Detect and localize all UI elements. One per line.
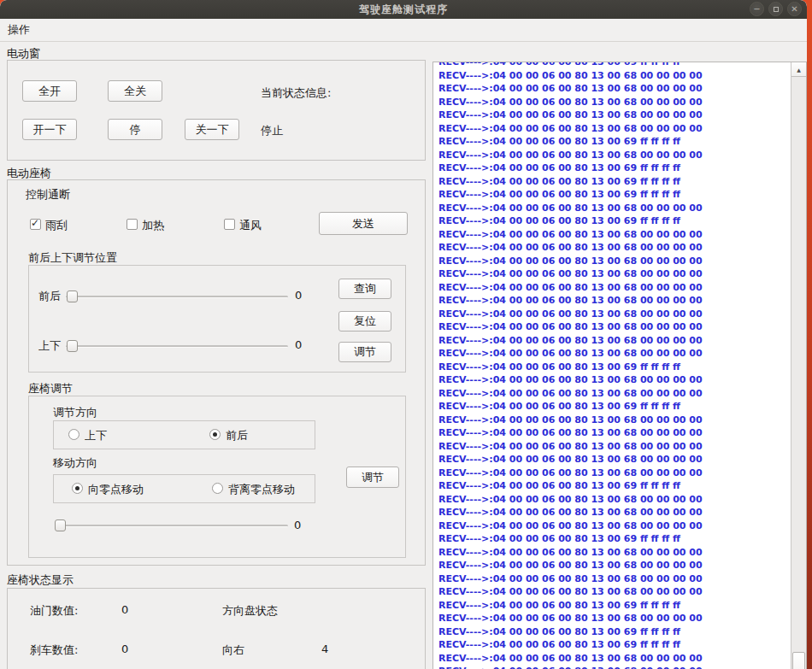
log-line: RECV---->:04 00 00 06 00 80 13 00 69 ff … — [438, 188, 789, 202]
log-line: RECV---->:04 00 00 06 00 80 13 00 68 00 … — [438, 320, 789, 334]
slider-ud-track[interactable] — [66, 345, 288, 348]
radio-up-down[interactable] — [68, 429, 79, 440]
log-line: RECV---->:04 00 00 06 00 80 13 00 68 00 … — [438, 281, 789, 295]
heating-checkbox-label[interactable]: 加热 — [142, 218, 164, 233]
log-line: RECV---->:04 00 00 06 00 80 13 00 68 00 … — [438, 109, 789, 122]
log-line: RECV---->:04 00 00 06 00 80 13 00 68 00 … — [438, 373, 789, 387]
reset-button[interactable]: 复位 — [338, 311, 391, 332]
log-line: RECV---->:04 00 00 06 00 80 13 00 69 ff … — [438, 62, 789, 69]
slider-fb-handle[interactable] — [67, 290, 78, 302]
app-window: 驾驶座舱测试程序 − ✕ 操作 电动窗 全开 全关 当前状态信息: 开一下 停 … — [0, 0, 807, 669]
log-line: RECV---->:04 00 00 06 00 80 13 00 68 00 … — [438, 414, 789, 427]
radio-to-zero[interactable] — [72, 483, 83, 494]
radio-front-back[interactable] — [209, 429, 221, 440]
radio-front-back-label[interactable]: 前后 — [226, 428, 248, 443]
scroll-up-button[interactable]: ▲ — [791, 62, 806, 77]
seat-adjust-slider-track[interactable] — [56, 525, 288, 527]
slider-ud-label: 上下 — [38, 338, 61, 354]
current-status-value: 停止 — [261, 123, 283, 138]
seat-adjust-group-title: 座椅调节 — [28, 381, 73, 396]
log-line: RECV---->:04 00 00 06 00 80 13 00 68 00 … — [438, 453, 789, 467]
slider-ud-value: 0 — [295, 338, 302, 351]
ventilation-checkbox[interactable] — [224, 219, 235, 230]
log-scrollbar[interactable]: ▲ — [791, 62, 806, 669]
log-line: RECV---->:04 00 00 06 00 80 13 00 68 00 … — [438, 241, 789, 255]
radio-away-zero[interactable] — [212, 483, 223, 494]
radio-away-zero-label[interactable]: 背离零点移动 — [228, 482, 295, 497]
radio-up-down-label[interactable]: 上下 — [85, 428, 107, 443]
log-lines: RECV---->:04 00 00 06 00 80 13 00 69 ff … — [438, 62, 789, 669]
ventilation-checkbox-label[interactable]: 通风 — [239, 218, 262, 233]
log-line: RECV---->:04 00 00 06 00 80 13 00 68 00 … — [438, 82, 789, 96]
query-button[interactable]: 查询 — [338, 279, 391, 299]
send-button[interactable]: 发送 — [319, 212, 408, 235]
log-line: RECV---->:04 00 00 06 00 80 13 00 69 ff … — [438, 599, 789, 613]
log-line: RECV---->:04 00 00 06 00 80 13 00 68 00 … — [438, 122, 789, 136]
close-icon: ✕ — [791, 4, 797, 14]
current-status-label: 当前状态信息: — [261, 85, 331, 101]
full-close-button[interactable]: 全关 — [108, 80, 162, 102]
seat-adjust-button[interactable]: 调节 — [346, 467, 399, 488]
log-line: RECV---->:04 00 00 06 00 80 13 00 68 00 … — [438, 652, 789, 666]
log-line: RECV---->:04 00 00 06 00 80 13 00 69 ff … — [438, 638, 789, 652]
log-line: RECV---->:04 00 00 06 00 80 13 00 68 00 … — [438, 294, 789, 308]
position-adjust-button[interactable]: 调节 — [338, 342, 391, 362]
slider-fb-track[interactable] — [66, 296, 288, 298]
log-line: RECV---->:04 00 00 06 00 80 13 00 68 00 … — [438, 612, 789, 625]
log-line: RECV---->:04 00 00 06 00 80 13 00 68 00 … — [438, 149, 789, 162]
steering-angle-value: 4 — [321, 643, 328, 655]
log-line: RECV---->:04 00 00 06 00 80 13 00 69 ff … — [438, 400, 789, 414]
log-line: RECV---->:04 00 00 06 00 80 13 00 68 00 … — [438, 519, 789, 533]
log-line: RECV---->:04 00 00 06 00 80 13 00 69 ff … — [438, 135, 789, 149]
log-line: RECV---->:04 00 00 06 00 80 13 00 69 ff … — [438, 532, 789, 546]
recv-log-textarea[interactable]: RECV---->:04 00 00 06 00 80 13 00 69 ff … — [432, 62, 807, 669]
slider-fb-value: 0 — [295, 289, 302, 302]
control-switch-label: 控制通断 — [26, 187, 70, 202]
log-line: RECV---->:04 00 00 06 00 80 13 00 68 00 … — [438, 387, 789, 401]
window-title: 驾驶座舱测试程序 — [359, 3, 448, 17]
maximize-button[interactable] — [768, 2, 783, 16]
full-open-button[interactable]: 全开 — [22, 80, 77, 102]
scroll-up-icon: ▲ — [797, 67, 801, 73]
log-line: RECV---->:04 00 00 06 00 80 13 00 68 00 … — [438, 347, 789, 361]
brake-value: 0 — [121, 643, 128, 655]
menubar: 操作 — [0, 19, 807, 42]
window-controls: − ✕ — [750, 2, 802, 16]
heating-checkbox[interactable] — [127, 219, 138, 230]
log-line: RECV---->:04 00 00 06 00 80 13 00 68 00 … — [438, 255, 789, 268]
close-once-button[interactable]: 关一下 — [185, 119, 239, 140]
steering-direction-value: 向右 — [222, 643, 244, 658]
radio-to-zero-label[interactable]: 向零点移动 — [88, 482, 144, 497]
steering-status-label: 方向盘状态 — [222, 603, 278, 619]
maximize-icon — [774, 7, 779, 12]
position-group-title: 前后上下调节位置 — [28, 250, 117, 266]
log-line: RECV---->:04 00 00 06 00 80 13 00 68 00 … — [438, 572, 789, 586]
menu-operation[interactable]: 操作 — [0, 19, 38, 41]
log-line: RECV---->:04 00 00 06 00 80 13 00 68 00 … — [438, 308, 789, 321]
close-button[interactable]: ✕ — [787, 2, 802, 16]
direction-label: 调节方向 — [53, 405, 97, 420]
slider-fb-label: 前后 — [38, 289, 61, 304]
scrollbar-thumb[interactable] — [792, 652, 805, 669]
wiper-checkbox[interactable] — [30, 219, 41, 230]
seat-status-group-title: 座椅状态显示 — [7, 572, 74, 588]
log-line: RECV---->:04 00 00 06 00 80 13 00 69 ff … — [438, 214, 789, 228]
slider-ud-handle[interactable] — [67, 340, 78, 352]
log-line: RECV---->:04 00 00 06 00 80 13 00 68 00 … — [438, 665, 789, 669]
seat-adjust-slider-value: 0 — [294, 519, 301, 531]
log-line: RECV---->:04 00 00 06 00 80 13 00 69 ff … — [438, 625, 789, 639]
log-line: RECV---->:04 00 00 06 00 80 13 00 68 00 … — [438, 228, 789, 242]
log-line: RECV---->:04 00 00 06 00 80 13 00 69 ff … — [438, 175, 789, 189]
seat-adjust-slider-handle[interactable] — [55, 519, 66, 531]
log-line: RECV---->:04 00 00 06 00 80 13 00 68 00 … — [438, 467, 789, 480]
wiper-checkbox-label[interactable]: 雨刮 — [45, 218, 68, 233]
throttle-label: 油门数值: — [30, 603, 78, 619]
move-direction-label: 移动方向 — [53, 455, 97, 471]
log-line: RECV---->:04 00 00 06 00 80 13 00 68 00 … — [438, 96, 789, 109]
minimize-button[interactable]: − — [750, 2, 764, 16]
log-line: RECV---->:04 00 00 06 00 80 13 00 68 00 … — [438, 267, 789, 281]
stop-button[interactable]: 停 — [108, 119, 162, 140]
minimize-icon: − — [753, 4, 760, 14]
power-window-groupbox — [7, 60, 426, 161]
open-once-button[interactable]: 开一下 — [22, 119, 77, 140]
